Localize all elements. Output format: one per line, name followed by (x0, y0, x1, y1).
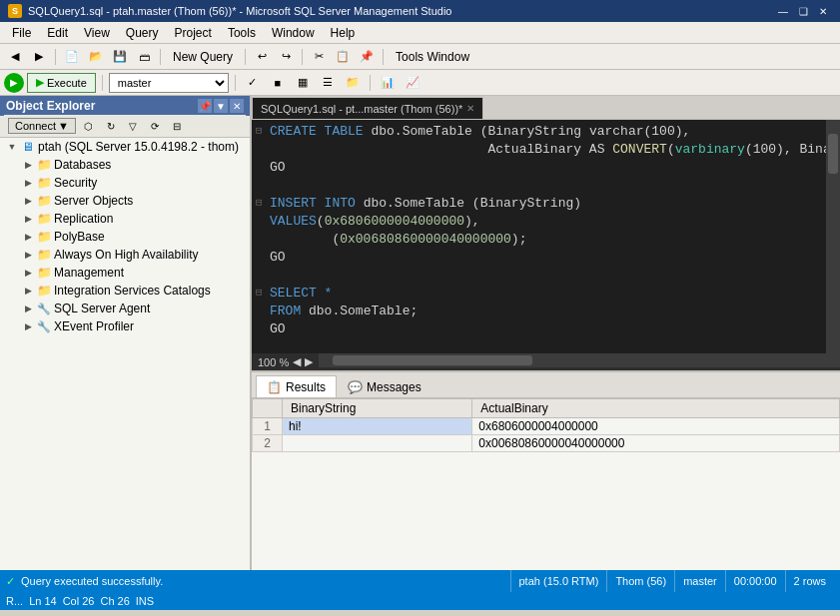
vscroll-thumb[interactable] (828, 134, 838, 174)
row1-actual-binary: 0x6806000004000000 (472, 418, 840, 435)
sql-editor[interactable]: ⊟ CREATE TABLE dbo.SomeTable (BinaryStri… (252, 120, 826, 353)
oe-collapse-button[interactable]: ⊟ (168, 117, 186, 135)
results-tab-results[interactable]: 📋 Results (256, 375, 337, 397)
tools-window-button[interactable]: Tools Window (389, 47, 476, 67)
menu-project[interactable]: Project (167, 22, 220, 43)
menu-query[interactable]: Query (118, 22, 167, 43)
database-select[interactable]: master (109, 73, 229, 93)
title-bar: S SQLQuery1.sql - ptah.master (Thom (56)… (0, 0, 840, 22)
tree-item-integration-services[interactable]: ▶ 📁 Integration Services Catalogs (0, 282, 250, 300)
status-user: Thom (56) (606, 570, 674, 592)
results-text-button[interactable]: ☰ (317, 73, 339, 93)
stop-button[interactable]: ■ (267, 73, 289, 93)
oe-refresh2-button[interactable]: ⟳ (146, 117, 164, 135)
cut-button[interactable]: ✂ (308, 47, 330, 67)
copy-button[interactable]: 📋 (332, 47, 354, 67)
restore-button[interactable]: ❑ (794, 4, 812, 18)
back-button[interactable]: ◀ (4, 47, 26, 67)
server-expander[interactable]: ▼ (4, 139, 20, 155)
zoom-down-icon[interactable]: ◀ (293, 355, 301, 368)
oe-disconnect-button[interactable]: ⬡ (80, 117, 98, 135)
menu-edit[interactable]: Edit (39, 22, 76, 43)
minimize-button[interactable]: ― (774, 4, 792, 18)
menu-file[interactable]: File (4, 22, 39, 43)
oe-refresh-button[interactable]: ↻ (102, 117, 120, 135)
save-all-button[interactable]: 🗃 (133, 47, 155, 67)
tree-item-databases[interactable]: ▶ 📁 Databases (0, 156, 250, 174)
always-on-folder-icon: 📁 (36, 247, 52, 263)
statistics-button[interactable]: 📈 (402, 73, 423, 93)
include-plan-button[interactable]: 📊 (377, 73, 399, 93)
window-title: SQLQuery1.sql - ptah.master (Thom (56))*… (28, 5, 451, 17)
close-button[interactable]: ✕ (814, 4, 832, 18)
sql-code-12: GO (270, 321, 286, 336)
tree-item-management[interactable]: ▶ 📁 Management (0, 264, 250, 282)
zoom-up-icon[interactable]: ▶ (305, 355, 313, 368)
security-expander[interactable]: ▶ (20, 175, 36, 191)
integration-services-expander[interactable]: ▶ (20, 283, 36, 299)
bottom-status-bar: R... Ln 14 Col 26 Ch 26 INS (0, 592, 840, 610)
new-file-button[interactable]: 📄 (61, 47, 83, 67)
results-content: BinaryString ActualBinary 1 hi! 0x680600… (252, 398, 840, 570)
paste-button[interactable]: 📌 (356, 47, 378, 67)
table-row: 2 0x00680860000040000000 (253, 435, 840, 452)
tree-item-security[interactable]: ▶ 📁 Security (0, 174, 250, 192)
tab-label: SQLQuery1.sql - pt...master (Thom (56))* (261, 103, 462, 115)
replication-folder-icon: 📁 (36, 211, 52, 227)
always-on-expander[interactable]: ▶ (20, 247, 36, 263)
results-tab-messages[interactable]: 💬 Messages (337, 375, 432, 397)
block-indicator-1: ⊟ (256, 124, 270, 137)
parse-button[interactable]: ✓ (242, 73, 264, 93)
tree-item-replication[interactable]: ▶ 📁 Replication (0, 210, 250, 228)
sql-line-5: ⊟ INSERT INTO dbo.SomeTable (BinaryStrin… (256, 196, 822, 214)
title-bar-controls[interactable]: ― ❑ ✕ (774, 4, 832, 18)
oe-filter-button[interactable]: ▽ (124, 117, 142, 135)
hscroll-track[interactable] (319, 353, 826, 367)
xevent-expander[interactable]: ▶ (20, 318, 36, 334)
polybase-expander[interactable]: ▶ (20, 229, 36, 245)
oe-close-button[interactable]: ✕ (230, 99, 244, 113)
results-file-button[interactable]: 📁 (342, 73, 364, 93)
sql-agent-expander[interactable]: ▶ (20, 301, 36, 316)
sql-code-6: VALUES(0x6806000004000000), (270, 214, 480, 229)
undo-button[interactable]: ↩ (251, 47, 273, 67)
query-toolbar: ▶ ▶ Execute master ✓ ■ ▦ ☰ 📁 📊 📈 (0, 70, 840, 96)
menu-view[interactable]: View (76, 22, 118, 43)
oe-header-buttons[interactable]: 📌 ▼ ✕ (198, 99, 244, 113)
menu-window[interactable]: Window (264, 22, 323, 43)
tree-item-sql-agent[interactable]: ▶ 🔧 SQL Server Agent (0, 300, 250, 317)
server-objects-expander[interactable]: ▶ (20, 193, 36, 209)
hscroll-thumb[interactable] (333, 355, 532, 365)
tab-close-icon[interactable]: ✕ (466, 103, 474, 114)
connect-dropdown-icon[interactable]: ▼ (58, 120, 69, 132)
col-header-binary-string: BinaryString (283, 399, 472, 418)
sql-code-10: SELECT * (270, 286, 332, 301)
tree-item-xevent[interactable]: ▶ 🔧 XEvent Profiler (0, 317, 250, 335)
tree-item-always-on[interactable]: ▶ 📁 Always On High Availability (0, 246, 250, 264)
tree-server-node[interactable]: ▼ 🖥 ptah (SQL Server 15.0.4198.2 - thom) (0, 138, 250, 156)
replication-expander[interactable]: ▶ (20, 211, 36, 227)
menu-help[interactable]: Help (323, 22, 364, 43)
open-file-button[interactable]: 📂 (85, 47, 107, 67)
security-label: Security (52, 176, 97, 190)
server-objects-label: Server Objects (52, 194, 133, 208)
tree-item-server-objects[interactable]: ▶ 📁 Server Objects (0, 192, 250, 210)
tree-item-polybase[interactable]: ▶ 📁 PolyBase (0, 228, 250, 246)
connect-button[interactable]: Connect ▼ (8, 118, 76, 134)
messages-icon: 💬 (348, 380, 363, 394)
editor-vscroll[interactable] (826, 120, 840, 353)
redo-button[interactable]: ↪ (275, 47, 297, 67)
new-query-button[interactable]: New Query (166, 47, 240, 67)
forward-button[interactable]: ▶ (28, 47, 50, 67)
save-button[interactable]: 💾 (109, 47, 131, 67)
management-expander[interactable]: ▶ (20, 265, 36, 281)
integration-services-folder-icon: 📁 (36, 283, 52, 299)
oe-pin-button[interactable]: 📌 (198, 99, 212, 113)
menu-tools[interactable]: Tools (220, 22, 264, 43)
sql-query-tab[interactable]: SQLQuery1.sql - pt...master (Thom (56))*… (252, 97, 483, 119)
sql-agent-icon: 🔧 (36, 301, 52, 316)
execute-button[interactable]: ▶ Execute (27, 73, 96, 93)
oe-dropdown-button[interactable]: ▼ (214, 99, 228, 113)
results-grid-button[interactable]: ▦ (292, 73, 314, 93)
databases-expander[interactable]: ▶ (20, 157, 36, 173)
